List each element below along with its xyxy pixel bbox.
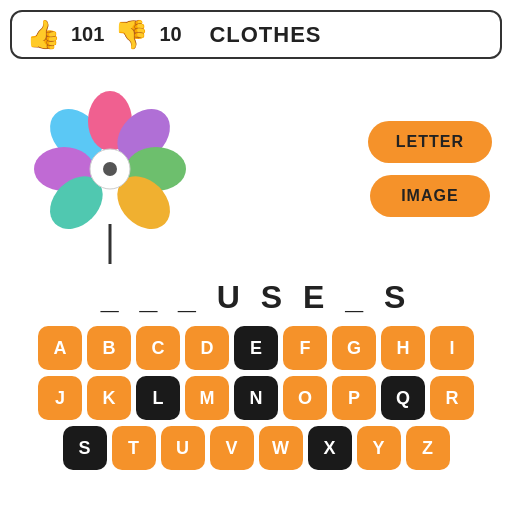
likes-count: 101 [71, 23, 104, 46]
thumbs-down-icon: 👎 [114, 18, 149, 51]
key-x[interactable]: X [308, 426, 352, 470]
flower-image [10, 69, 210, 269]
keyboard-row: JKLMNOPQR [38, 376, 474, 420]
dislikes-count: 10 [159, 23, 189, 46]
key-z[interactable]: Z [406, 426, 450, 470]
hint-buttons: LETTER IMAGE [368, 121, 492, 217]
letter-hint-button[interactable]: LETTER [368, 121, 492, 163]
key-a[interactable]: A [38, 326, 82, 370]
middle-section: LETTER IMAGE [0, 59, 512, 269]
image-hint-button[interactable]: IMAGE [370, 175, 490, 217]
key-h[interactable]: H [381, 326, 425, 370]
key-u[interactable]: U [161, 426, 205, 470]
key-n[interactable]: N [234, 376, 278, 420]
top-bar: 👍 101 👎 10 CLOTHES [10, 10, 502, 59]
key-q[interactable]: Q [381, 376, 425, 420]
key-k[interactable]: K [87, 376, 131, 420]
key-m[interactable]: M [185, 376, 229, 420]
key-g[interactable]: G [332, 326, 376, 370]
key-d[interactable]: D [185, 326, 229, 370]
key-v[interactable]: V [210, 426, 254, 470]
key-f[interactable]: F [283, 326, 327, 370]
key-o[interactable]: O [283, 376, 327, 420]
key-t[interactable]: T [112, 426, 156, 470]
category-label: CLOTHES [209, 22, 321, 48]
key-p[interactable]: P [332, 376, 376, 420]
key-b[interactable]: B [87, 326, 131, 370]
key-j[interactable]: J [38, 376, 82, 420]
keyboard: ABCDEFGHIJKLMNOPQRSTUVWXYZ [0, 326, 512, 470]
key-s[interactable]: S [63, 426, 107, 470]
word-display: _ _ _ U S E _ S [0, 279, 512, 316]
key-r[interactable]: R [430, 376, 474, 420]
key-y[interactable]: Y [357, 426, 401, 470]
key-w[interactable]: W [259, 426, 303, 470]
keyboard-row: STUVWXYZ [63, 426, 450, 470]
thumbs-up-icon: 👍 [26, 18, 61, 51]
key-l[interactable]: L [136, 376, 180, 420]
svg-point-9 [103, 162, 117, 176]
key-e[interactable]: E [234, 326, 278, 370]
key-c[interactable]: C [136, 326, 180, 370]
keyboard-row: ABCDEFGHI [38, 326, 474, 370]
key-i[interactable]: I [430, 326, 474, 370]
